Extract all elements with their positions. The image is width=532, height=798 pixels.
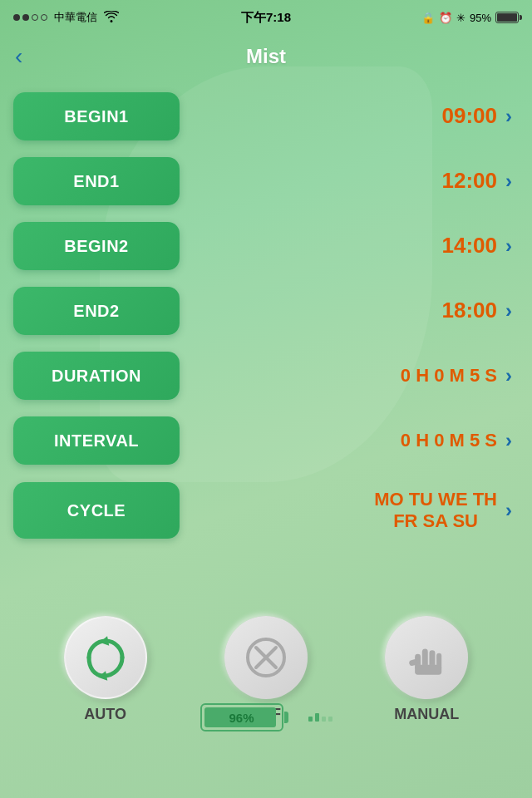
begin2-label: BEGIN2 xyxy=(64,237,128,256)
dot4 xyxy=(41,14,47,21)
row-end1: END1 12:00 › xyxy=(13,153,519,209)
manual-circle xyxy=(385,616,468,699)
end1-chevron[interactable]: › xyxy=(505,170,512,193)
end2-value: 18:00 xyxy=(442,298,498,323)
back-button[interactable]: ‹ xyxy=(15,45,22,68)
wifi-icon xyxy=(104,11,119,25)
battery-icon xyxy=(495,12,519,23)
begin1-button[interactable]: BEGIN1 xyxy=(13,92,180,140)
begin2-chevron[interactable]: › xyxy=(505,234,512,258)
begin1-label: BEGIN1 xyxy=(64,107,128,126)
carrier-text: 中華電信 xyxy=(54,10,97,25)
signal-dots xyxy=(13,14,47,21)
battery-bar-percent: 96% xyxy=(202,705,282,730)
end2-chevron[interactable]: › xyxy=(505,299,512,323)
dot3 xyxy=(32,14,38,21)
row-begin1: BEGIN1 09:00 › xyxy=(13,88,519,145)
interval-chevron[interactable]: › xyxy=(505,429,512,452)
lock-icon: 🔒 xyxy=(421,12,435,24)
signal-bar-4 xyxy=(328,717,332,722)
off-icon xyxy=(243,634,289,681)
bluetooth-icon: ✳ xyxy=(456,12,466,24)
bottom-section: AUTO OFF xyxy=(0,616,532,748)
dot1 xyxy=(13,14,20,21)
svg-rect-9 xyxy=(415,665,441,675)
battery-bar-section: 96% xyxy=(0,703,532,732)
cycle-label: CYCLE xyxy=(67,501,126,520)
duration-value: 0 H 0 M 5 S xyxy=(401,365,497,387)
cycle-value-area: MO TU WE TH FR SA SU › xyxy=(180,489,519,533)
cycle-button[interactable]: CYCLE xyxy=(13,482,180,539)
interval-label: INTERVAL xyxy=(54,431,139,451)
row-end2: END2 18:00 › xyxy=(13,283,519,339)
signal-icon xyxy=(308,713,332,722)
status-right: 🔒 ⏰ ✳ 95% xyxy=(421,12,519,24)
battery-bar: 96% xyxy=(200,703,283,732)
header: ‹ Mist xyxy=(0,35,532,78)
begin1-chevron[interactable]: › xyxy=(505,105,512,128)
battery-percent: 95% xyxy=(470,12,491,24)
end1-value: 12:00 xyxy=(442,168,498,194)
settings-list: BEGIN1 09:00 › END1 12:00 › BEGIN2 14:00… xyxy=(0,78,532,562)
interval-value-area: 0 H 0 M 5 S › xyxy=(180,429,519,452)
row-begin2: BEGIN2 14:00 › xyxy=(13,218,519,274)
signal-bar-1 xyxy=(308,717,313,722)
duration-button[interactable]: DURATION xyxy=(13,352,180,400)
begin2-value: 14:00 xyxy=(442,233,498,259)
signal-bar-2 xyxy=(315,713,319,722)
cycle-value: MO TU WE TH FR SA SU xyxy=(374,489,497,533)
duration-value-area: 0 H 0 M 5 S › xyxy=(180,364,519,387)
manual-icon xyxy=(405,636,448,679)
end2-value-area: 18:00 › xyxy=(180,298,519,323)
row-interval: INTERVAL 0 H 0 M 5 S › xyxy=(13,412,519,469)
auto-circle xyxy=(64,616,147,699)
status-time: 下午7:18 xyxy=(241,10,291,26)
battery-fill xyxy=(497,13,517,22)
end1-label: END1 xyxy=(73,172,119,191)
cycle-chevron[interactable]: › xyxy=(505,499,512,522)
begin2-button[interactable]: BEGIN2 xyxy=(13,222,180,270)
end1-button[interactable]: END1 xyxy=(13,157,180,205)
end2-label: END2 xyxy=(73,302,119,321)
status-left: 中華電信 xyxy=(13,10,119,25)
status-bar: 中華電信 下午7:18 🔒 ⏰ ✳ 95% xyxy=(0,0,532,35)
begin1-value: 09:00 xyxy=(442,103,498,129)
auto-icon xyxy=(81,633,131,682)
off-circle xyxy=(224,616,308,699)
duration-label: DURATION xyxy=(52,367,141,386)
begin1-value-area: 09:00 › xyxy=(180,103,519,129)
battery-bar-wrapper: 96% xyxy=(200,703,283,732)
signal-bar-3 xyxy=(322,717,326,722)
interval-value: 0 H 0 M 5 S xyxy=(401,430,497,451)
interval-button[interactable]: INTERVAL xyxy=(13,416,180,465)
dot2 xyxy=(22,14,29,21)
end2-button[interactable]: END2 xyxy=(13,287,180,335)
page-title: Mist xyxy=(246,45,286,68)
duration-chevron[interactable]: › xyxy=(505,364,512,387)
begin2-value-area: 14:00 › xyxy=(180,233,519,259)
row-duration: DURATION 0 H 0 M 5 S › xyxy=(13,347,519,404)
end1-value-area: 12:00 › xyxy=(180,168,519,194)
alarm-icon: ⏰ xyxy=(439,12,452,24)
row-cycle: CYCLE MO TU WE TH FR SA SU › xyxy=(13,477,519,544)
